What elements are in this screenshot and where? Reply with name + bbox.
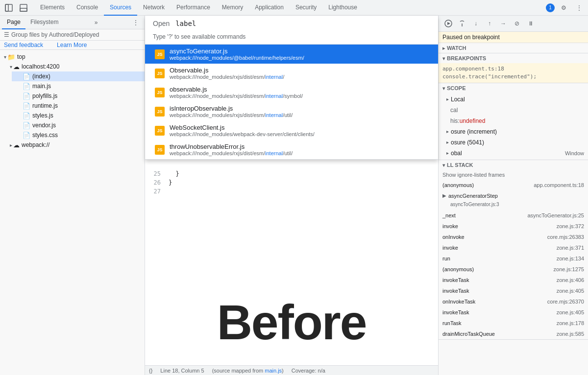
- watch-label: Watch: [447, 45, 466, 51]
- stack-item-drainmicrotask[interactable]: drainMicroTaskQueue zone.js:585: [439, 328, 588, 339]
- stack-item-location-oninvoke: core.mjs:26383: [547, 233, 584, 241]
- stack-item-run[interactable]: run zone.js:134: [439, 253, 588, 264]
- stack-item-oninvoketask[interactable]: onInvokeTask core.mjs:26370: [439, 296, 588, 307]
- resume-button[interactable]: [442, 18, 454, 29]
- result-item-0[interactable]: JS asyncToGenerator.js webpack:///node_m…: [145, 45, 438, 64]
- tab-lighthouse[interactable]: Lighthouse: [322, 0, 363, 16]
- step-out-button[interactable]: ↑: [484, 18, 495, 29]
- panel-more-options[interactable]: ⋮: [129, 16, 143, 29]
- stack-item-runtask[interactable]: runTask zone.js:178: [439, 318, 588, 328]
- scope-item-closure-increment[interactable]: ▸ osure (increment): [439, 126, 588, 137]
- stack-item-invoketask-1[interactable]: invokeTask zone.js:406: [439, 275, 588, 285]
- tree-item-top[interactable]: ▾ 📁 top: [0, 52, 145, 62]
- stack-item-invoketask-3[interactable]: invokeTask zone.js:405: [439, 307, 588, 318]
- tree-item-index[interactable]: 📄 (index): [12, 71, 145, 81]
- breakpoints-header[interactable]: ▾ Breakpoints: [439, 53, 588, 63]
- stack-asyncgenerator-detail: asyncToGenerator.js:3: [442, 200, 499, 209]
- tree-item-styles-css[interactable]: 📄 styles.css: [12, 130, 145, 140]
- result-text-4: WebSocketClient.js webpack:///node_modul…: [170, 124, 430, 137]
- stack-item-invoke-2[interactable]: invoke zone.js:371: [439, 242, 588, 253]
- stack-item-anonymous[interactable]: (anonymous) app.component.ts:18: [439, 180, 588, 190]
- tab-sources[interactable]: Sources: [104, 0, 137, 16]
- scope-section: ▾ Scope ▸ Local cal his: undefined: [439, 83, 588, 160]
- svg-rect-1: [5, 4, 8, 11]
- stack-item-invoke-1[interactable]: invoke zone.js:372: [439, 221, 588, 232]
- tab-console[interactable]: Console: [71, 0, 104, 16]
- tab-performance[interactable]: Performance: [171, 0, 216, 16]
- result-item-5[interactable]: JS throwUnobservableError.js webpack:///…: [145, 140, 438, 159]
- stack-item-location-next: asyncToGenerator.js:25: [527, 211, 584, 220]
- tree-item-localhost[interactable]: ▾ ☁ localhost:4200: [6, 62, 145, 71]
- html-file-icon: 📄: [23, 73, 30, 80]
- scope-item-global[interactable]: ▸ obal Window: [439, 148, 588, 159]
- tree-item-polyfills[interactable]: 📄 polyfills.js: [12, 91, 145, 101]
- undock-icon[interactable]: [17, 1, 30, 15]
- tree-item-styles-js[interactable]: 📄 styles.js: [12, 111, 145, 120]
- result-item-1[interactable]: JS Observable.js webpack:///node_modules…: [145, 64, 438, 83]
- toolbar-tabs: Elements Console Sources Network Perform…: [34, 0, 546, 16]
- tab-elements[interactable]: Elements: [34, 0, 71, 16]
- dock-icon[interactable]: [2, 1, 16, 15]
- pause-button[interactable]: ⏸: [525, 18, 537, 29]
- scope-header[interactable]: ▾ Scope: [439, 83, 588, 93]
- stack-item-anonymous-2[interactable]: (anonymous) zone.js:1275: [439, 264, 588, 275]
- result-item-4[interactable]: JS WebSocketClient.js webpack:///node_mo…: [145, 121, 438, 140]
- result-text-3: isInteropObservable.js webpack:///node_m…: [170, 105, 430, 118]
- format-button[interactable]: {}: [149, 368, 152, 374]
- watch-section: ▸ Watch: [439, 43, 588, 53]
- result-path-4: webpack:///node_modules/webpack-dev-serv…: [170, 131, 430, 137]
- stack-item-location-invoketask-3: zone.js:405: [557, 308, 584, 317]
- panel-tab-more[interactable]: »: [93, 19, 100, 26]
- scope-cal-label: cal: [450, 106, 458, 115]
- js-file-icon-main: 📄: [23, 83, 30, 90]
- scope-label: Scope: [447, 85, 466, 91]
- tab-memory[interactable]: Memory: [216, 0, 249, 16]
- result-item-2[interactable]: JS observable.js webpack:///node_modules…: [145, 83, 438, 102]
- call-stack-list: (anonymous) app.component.ts:18 ▶ asyncG…: [439, 180, 588, 339]
- tree-label-index: (index): [32, 73, 50, 80]
- result-item-3[interactable]: JS isInteropObservable.js webpack:///nod…: [145, 102, 438, 121]
- css-file-icon: 📄: [23, 132, 30, 139]
- breakpoints-section: ▾ Breakpoints app.component.ts:18 consol…: [439, 53, 588, 83]
- result-filename-1: Observable.js: [170, 67, 430, 74]
- stack-item-invoketask-2[interactable]: invokeTask zone.js:405: [439, 285, 588, 296]
- tree-item-runtime[interactable]: 📄 runtime.js: [12, 101, 145, 111]
- stack-item-next[interactable]: _next asyncToGenerator.js:25: [439, 210, 588, 221]
- code-line-25: }: [165, 169, 438, 178]
- scope-item-closure-5041[interactable]: ▸ osure (5041): [439, 137, 588, 148]
- stack-item-name-invoketask-1: invokeTask: [442, 276, 469, 284]
- more-icon[interactable]: ⋮: [572, 1, 586, 15]
- tab-application[interactable]: Application: [249, 0, 290, 16]
- call-stack-header[interactable]: ▾ ll Stack: [439, 160, 588, 170]
- settings-icon[interactable]: ⚙: [557, 1, 570, 15]
- line-num-25: 25: [145, 169, 161, 178]
- tab-page[interactable]: Page: [2, 16, 25, 29]
- watch-header[interactable]: ▸ Watch: [439, 43, 588, 53]
- source-map-link[interactable]: main.js: [265, 368, 282, 374]
- tree-label-polyfills: polyfills.js: [32, 93, 57, 99]
- scope-this-label: his:: [450, 117, 460, 125]
- step-button[interactable]: →: [497, 18, 509, 29]
- deactivate-button[interactable]: ⊘: [511, 18, 523, 29]
- tab-network[interactable]: Network: [137, 0, 171, 16]
- tab-filesystem[interactable]: Filesystem: [25, 16, 63, 29]
- tab-security[interactable]: Security: [290, 0, 322, 16]
- step-over-button[interactable]: [456, 18, 468, 29]
- quick-open-input[interactable]: label: [175, 20, 196, 27]
- toolbar-icons-left: [2, 1, 30, 15]
- scope-item-local[interactable]: ▸ Local: [439, 94, 588, 105]
- breakpoint-code-snippet: app.component.ts:18 console.trace("incre…: [439, 63, 588, 83]
- scope-item-label-closure2: osure (5041): [451, 138, 484, 147]
- stack-item-asyncgenerator[interactable]: ▶ asyncGeneratorStep asyncToGenerator.js…: [439, 190, 588, 210]
- tree-item-main-js[interactable]: 📄 main.js: [12, 81, 145, 91]
- send-feedback-link[interactable]: Send feedback: [4, 42, 43, 48]
- stack-item-oninvoke[interactable]: onInvoke core.mjs:26383: [439, 232, 588, 242]
- tree-item-webpack[interactable]: ▸ ☁ webpack://: [6, 140, 145, 150]
- tree-item-vendor[interactable]: 📄 vendor.js: [12, 120, 145, 130]
- show-ignored-frames[interactable]: Show ignore-listed frames: [439, 170, 588, 180]
- scope-item-label-global: obal: [451, 149, 462, 158]
- stack-item-name-anonymous-2: (anonymous): [442, 265, 474, 274]
- learn-more-link[interactable]: Learn More: [57, 42, 87, 48]
- step-into-button[interactable]: ↓: [470, 18, 482, 29]
- tree-label-vendor: vendor.js: [32, 122, 56, 129]
